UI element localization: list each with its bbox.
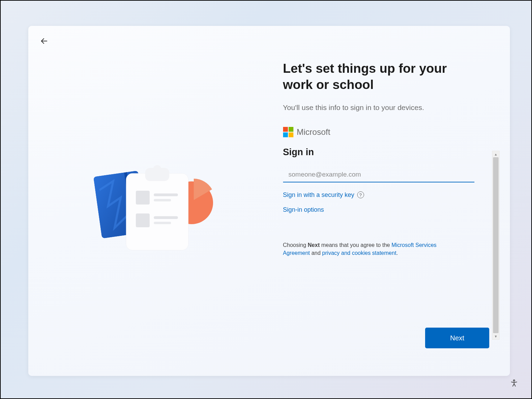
svg-rect-10 bbox=[154, 193, 178, 196]
svg-point-8 bbox=[153, 165, 161, 173]
sign-in-options-link[interactable]: Sign-in options bbox=[283, 206, 324, 213]
brand-row: Microsoft bbox=[283, 127, 474, 137]
hero-illustration bbox=[74, 156, 223, 246]
consent-suffix: . bbox=[397, 250, 398, 256]
microsoft-logo-icon bbox=[283, 127, 293, 137]
page-subtitle: You'll use this info to sign in to your … bbox=[283, 103, 490, 112]
brand-name: Microsoft bbox=[297, 127, 330, 137]
svg-rect-11 bbox=[154, 199, 171, 201]
svg-point-15 bbox=[513, 380, 515, 381]
scrollbar-thumb[interactable] bbox=[493, 157, 499, 333]
consent-and: and bbox=[310, 250, 322, 256]
consent-bold: Next bbox=[308, 242, 320, 248]
right-pane: Let's set things up for your work or sch… bbox=[269, 26, 510, 376]
office-illustration-icon bbox=[74, 156, 223, 253]
consent-text: Choosing Next means that you agree to th… bbox=[283, 241, 462, 257]
help-icon[interactable]: ? bbox=[357, 191, 364, 198]
svg-rect-6 bbox=[126, 173, 188, 250]
svg-rect-13 bbox=[154, 216, 178, 219]
oobe-card: Let's set things up for your work or sch… bbox=[28, 26, 510, 376]
accessibility-icon bbox=[510, 379, 518, 387]
svg-rect-12 bbox=[136, 213, 150, 227]
left-pane bbox=[28, 26, 269, 376]
consent-prefix: Choosing bbox=[283, 242, 308, 248]
security-key-row: Sign in with a security key ? bbox=[283, 191, 474, 199]
svg-rect-14 bbox=[154, 222, 171, 224]
privacy-statement-link[interactable]: privacy and cookies statement bbox=[322, 250, 396, 256]
next-button[interactable]: Next bbox=[425, 328, 489, 348]
scroll-up-icon[interactable]: ▲ bbox=[492, 151, 499, 157]
sign-in-heading: Sign in bbox=[283, 147, 474, 158]
security-key-link[interactable]: Sign in with a security key bbox=[283, 191, 354, 199]
scroll-down-icon[interactable]: ▼ bbox=[492, 333, 499, 339]
svg-rect-9 bbox=[136, 191, 150, 205]
email-field[interactable] bbox=[283, 168, 474, 182]
scrollbar[interactable]: ▲ ▼ bbox=[492, 151, 500, 340]
consent-middle: means that you agree to the bbox=[320, 242, 391, 248]
sign-in-section: Microsoft Sign in Sign in with a securit… bbox=[283, 127, 476, 257]
accessibility-button[interactable] bbox=[508, 377, 520, 389]
sign-in-options-row: Sign-in options bbox=[283, 206, 474, 213]
page-title: Let's set things up for your work or sch… bbox=[283, 60, 462, 93]
